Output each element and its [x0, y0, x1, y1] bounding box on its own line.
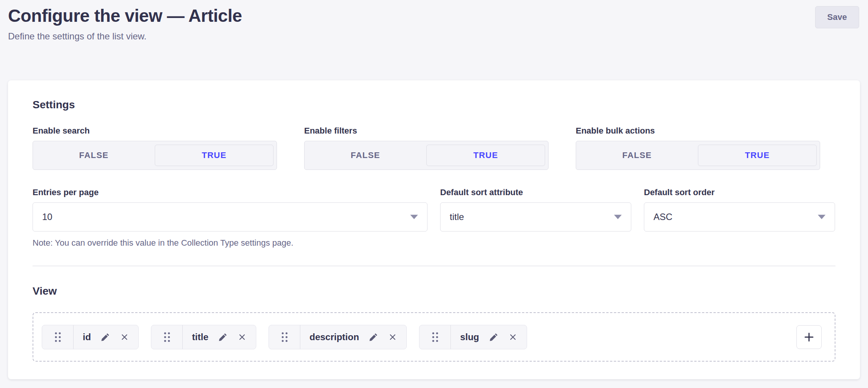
save-button[interactable]: Save — [815, 6, 859, 28]
caret-down-icon — [614, 215, 622, 219]
enable-search-option-true[interactable]: TRUE — [155, 145, 274, 166]
field-default-sort-order: Default sort order ASC — [644, 187, 835, 248]
field-pill-description[interactable]: description — [269, 325, 407, 349]
plus-icon — [803, 331, 815, 343]
remove-field-x-icon[interactable] — [388, 333, 397, 342]
toggle-row: Enable search FALSE TRUE Enable filters … — [33, 126, 835, 170]
drag-handle-icon[interactable] — [419, 325, 451, 349]
field-pill-list: id — [42, 325, 796, 349]
enable-bulk-actions-option-false[interactable]: FALSE — [576, 141, 698, 170]
field-pill-label: title — [192, 332, 208, 342]
enable-filters-label: Enable filters — [304, 126, 549, 136]
caret-down-icon — [410, 215, 418, 219]
field-pill-label: slug — [460, 332, 479, 342]
edit-field-pencil-icon[interactable] — [218, 332, 228, 342]
page-header-text: Configure the view — Article Define the … — [8, 5, 242, 42]
field-pill-title[interactable]: title — [151, 325, 256, 349]
select-row: Entries per page 10 Note: You can overri… — [33, 187, 835, 248]
enable-filters-option-true[interactable]: TRUE — [426, 145, 545, 166]
edit-field-pencil-icon[interactable] — [489, 332, 499, 342]
section-divider — [33, 266, 835, 266]
field-pill-label: id — [83, 332, 91, 342]
enable-search-label: Enable search — [33, 126, 277, 136]
default-sort-attribute-label: Default sort attribute — [440, 187, 631, 197]
field-enable-bulk-actions: Enable bulk actions FALSE TRUE — [576, 126, 820, 170]
drag-handle-icon[interactable] — [269, 325, 300, 349]
page-header: Configure the view — Article Define the … — [0, 0, 868, 42]
default-sort-attribute-value: title — [450, 212, 464, 222]
edit-field-pencil-icon[interactable] — [368, 332, 378, 342]
configure-view-page: Configure the view — Article Define the … — [0, 0, 868, 388]
field-pill-slug[interactable]: slug — [419, 325, 527, 349]
field-pill-body: slug — [451, 325, 526, 349]
settings-card: Settings Enable search FALSE TRUE Enable… — [8, 80, 860, 379]
page-subtitle: Define the settings of the list view. — [8, 31, 242, 42]
field-drop-zone: id — [33, 312, 835, 362]
field-pill-body: title — [183, 325, 256, 349]
caret-down-icon — [818, 215, 825, 219]
remove-field-x-icon[interactable] — [120, 333, 129, 342]
field-pill-body: description — [300, 325, 406, 349]
enable-bulk-actions-toggle: FALSE TRUE — [576, 141, 820, 170]
default-sort-order-select[interactable]: ASC — [644, 202, 835, 231]
field-default-sort-attribute: Default sort attribute title — [440, 187, 631, 248]
field-pill-id[interactable]: id — [42, 325, 139, 349]
field-entries-per-page: Entries per page 10 Note: You can overri… — [33, 187, 427, 248]
enable-filters-toggle: FALSE TRUE — [304, 141, 549, 170]
enable-bulk-actions-option-true[interactable]: TRUE — [698, 145, 817, 166]
entries-per-page-value: 10 — [42, 212, 52, 222]
entries-per-page-label: Entries per page — [33, 187, 427, 197]
enable-search-option-false[interactable]: FALSE — [33, 141, 155, 170]
entries-per-page-note: Note: You can override this value in the… — [33, 238, 427, 248]
entries-per-page-select[interactable]: 10 — [33, 202, 427, 231]
view-heading: View — [33, 285, 835, 298]
settings-section: Settings Enable search FALSE TRUE Enable… — [33, 98, 835, 266]
view-section: View id — [33, 285, 835, 362]
enable-search-toggle: FALSE TRUE — [33, 141, 277, 170]
default-sort-attribute-select[interactable]: title — [440, 202, 631, 231]
settings-heading: Settings — [33, 98, 835, 111]
remove-field-x-icon[interactable] — [508, 333, 518, 342]
drag-handle-icon[interactable] — [151, 325, 183, 349]
enable-filters-option-false[interactable]: FALSE — [305, 141, 426, 170]
field-pill-label: description — [310, 332, 359, 342]
drag-handle-icon[interactable] — [42, 325, 74, 349]
default-sort-order-label: Default sort order — [644, 187, 835, 197]
edit-field-pencil-icon[interactable] — [100, 332, 110, 342]
add-field-button[interactable] — [796, 325, 822, 349]
remove-field-x-icon[interactable] — [237, 333, 247, 342]
enable-bulk-actions-label: Enable bulk actions — [576, 126, 820, 136]
field-pill-body: id — [74, 325, 138, 349]
field-enable-filters: Enable filters FALSE TRUE — [304, 126, 549, 170]
field-enable-search: Enable search FALSE TRUE — [33, 126, 277, 170]
page-title: Configure the view — Article — [8, 5, 242, 26]
default-sort-order-value: ASC — [653, 212, 672, 222]
